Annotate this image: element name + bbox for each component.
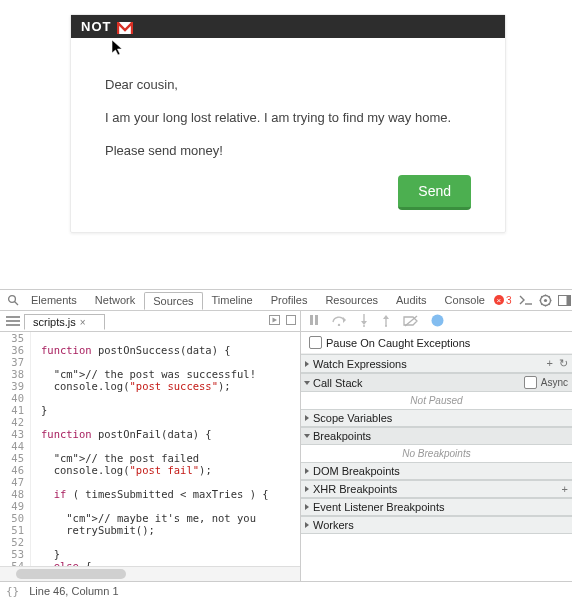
svg-point-3 bbox=[9, 296, 16, 303]
svg-rect-37 bbox=[438, 317, 440, 324]
email-line-3: Please send money! bbox=[105, 142, 471, 161]
close-tab-icon[interactable]: × bbox=[80, 317, 86, 328]
panel-dom-breakpoints[interactable]: DOM Breakpoints bbox=[301, 462, 572, 480]
panel-call-stack[interactable]: Call Stack Async bbox=[301, 373, 572, 392]
gmail-icon bbox=[117, 22, 133, 34]
disclosure-triangle-icon bbox=[305, 486, 309, 492]
mouse-cursor-icon bbox=[111, 39, 125, 60]
tab-resources[interactable]: Resources bbox=[316, 291, 387, 309]
cursor-position: Line 46, Column 1 bbox=[29, 585, 118, 597]
pause-on-caught-checkbox-row[interactable]: Pause On Caught Exceptions bbox=[301, 332, 572, 354]
show-navigator-icon[interactable] bbox=[6, 314, 20, 328]
horizontal-scrollbar[interactable] bbox=[0, 566, 300, 581]
svg-point-29 bbox=[363, 325, 365, 327]
tab-sources[interactable]: Sources bbox=[144, 292, 202, 310]
panel-scope-variables[interactable]: Scope Variables bbox=[301, 409, 572, 427]
pause-on-exceptions-button[interactable] bbox=[431, 314, 444, 329]
run-snippet-icon[interactable] bbox=[269, 314, 280, 328]
svg-rect-24 bbox=[315, 315, 318, 325]
pause-on-caught-checkbox[interactable] bbox=[309, 336, 322, 349]
file-tab-scripts-js[interactable]: scripts.js × bbox=[24, 314, 105, 330]
show-console-icon[interactable] bbox=[519, 293, 533, 307]
disclosure-triangle-icon bbox=[304, 434, 310, 438]
scroll-thumb[interactable] bbox=[16, 569, 126, 579]
svg-rect-1 bbox=[117, 22, 119, 34]
devtools-toolbar: Elements Network Sources Timeline Profil… bbox=[0, 290, 572, 311]
svg-marker-21 bbox=[273, 318, 278, 323]
tab-timeline[interactable]: Timeline bbox=[203, 291, 262, 309]
file-more-icon[interactable] bbox=[286, 314, 296, 328]
svg-line-4 bbox=[15, 302, 19, 306]
panel-watch-expressions[interactable]: Watch Expressions + ↻ bbox=[301, 354, 572, 373]
code-editor[interactable]: 3536function postOnSuccess(data) {3738 "… bbox=[0, 332, 300, 566]
svg-rect-2 bbox=[131, 22, 133, 34]
svg-line-13 bbox=[548, 303, 549, 304]
svg-point-7 bbox=[543, 298, 546, 301]
error-count: 3 bbox=[506, 295, 512, 306]
panel-workers[interactable]: Workers bbox=[301, 516, 572, 534]
svg-point-35 bbox=[432, 314, 444, 326]
step-over-button[interactable] bbox=[331, 314, 347, 328]
file-tab-label: scripts.js bbox=[33, 316, 76, 328]
disclosure-triangle-icon bbox=[305, 468, 309, 474]
panel-event-listener-breakpoints[interactable]: Event Listener Breakpoints bbox=[301, 498, 572, 516]
pause-resume-button[interactable] bbox=[309, 314, 319, 328]
tab-profiles[interactable]: Profiles bbox=[262, 291, 317, 309]
tab-audits[interactable]: Audits bbox=[387, 291, 436, 309]
svg-line-15 bbox=[541, 303, 542, 304]
email-line-2: I am your long lost relative. I am tryin… bbox=[105, 109, 471, 128]
svg-rect-36 bbox=[435, 317, 437, 324]
devtools-status-bar: {} Line 46, Column 1 bbox=[0, 581, 572, 600]
debugger-toolbar bbox=[301, 311, 572, 332]
disclosure-triangle-icon bbox=[304, 381, 310, 385]
devtools-panel: Elements Network Sources Timeline Profil… bbox=[0, 289, 572, 600]
disclosure-triangle-icon bbox=[305, 504, 309, 510]
app-title: NOT bbox=[81, 19, 111, 34]
svg-rect-22 bbox=[287, 316, 296, 325]
email-compose-card: NOT Dear cousin, I am your long lost rel… bbox=[70, 14, 506, 233]
disclosure-triangle-icon bbox=[305, 415, 309, 421]
pause-on-caught-label: Pause On Caught Exceptions bbox=[326, 337, 470, 349]
refresh-watch-icon[interactable]: ↻ bbox=[559, 357, 568, 370]
add-xhr-bp-icon[interactable]: + bbox=[562, 483, 568, 495]
panel-breakpoints[interactable]: Breakpoints bbox=[301, 427, 572, 445]
panel-xhr-breakpoints[interactable]: XHR Breakpoints + bbox=[301, 480, 572, 498]
pretty-print-icon[interactable]: {} bbox=[6, 585, 19, 598]
step-into-button[interactable] bbox=[359, 314, 369, 329]
sources-left-column: scripts.js × 3536function postOnSuccess(… bbox=[0, 311, 301, 581]
send-button[interactable]: Send bbox=[398, 175, 471, 210]
file-tab-bar: scripts.js × bbox=[0, 311, 300, 332]
breakpoints-empty-note: No Breakpoints bbox=[301, 445, 572, 462]
dock-side-icon[interactable] bbox=[558, 293, 571, 307]
error-count-badge[interactable]: × 3 bbox=[494, 295, 512, 306]
svg-point-26 bbox=[338, 324, 340, 326]
tab-network[interactable]: Network bbox=[86, 291, 144, 309]
debugger-right-column: Pause On Caught Exceptions Watch Express… bbox=[301, 311, 572, 581]
tab-elements[interactable]: Elements bbox=[22, 291, 86, 309]
svg-marker-31 bbox=[383, 315, 389, 319]
email-header: NOT bbox=[71, 15, 505, 38]
disclosure-triangle-icon bbox=[305, 522, 309, 528]
email-line-1: Dear cousin, bbox=[105, 76, 471, 95]
add-watch-icon[interactable]: + bbox=[547, 357, 553, 370]
inspect-icon[interactable] bbox=[7, 293, 19, 307]
svg-line-12 bbox=[541, 296, 542, 297]
svg-line-14 bbox=[548, 296, 549, 297]
tab-console[interactable]: Console bbox=[436, 291, 494, 309]
settings-icon[interactable] bbox=[539, 293, 552, 307]
async-checkbox[interactable] bbox=[524, 376, 537, 389]
svg-rect-17 bbox=[566, 295, 570, 305]
deactivate-breakpoints-button[interactable] bbox=[403, 315, 419, 327]
svg-rect-23 bbox=[310, 315, 313, 325]
call-stack-empty-note: Not Paused bbox=[301, 392, 572, 409]
svg-marker-25 bbox=[343, 317, 346, 323]
svg-point-32 bbox=[385, 325, 387, 327]
email-body: Dear cousin, I am your long lost relativ… bbox=[71, 38, 505, 232]
disclosure-triangle-icon bbox=[305, 361, 309, 367]
step-out-button[interactable] bbox=[381, 314, 391, 329]
svg-marker-28 bbox=[361, 321, 367, 325]
